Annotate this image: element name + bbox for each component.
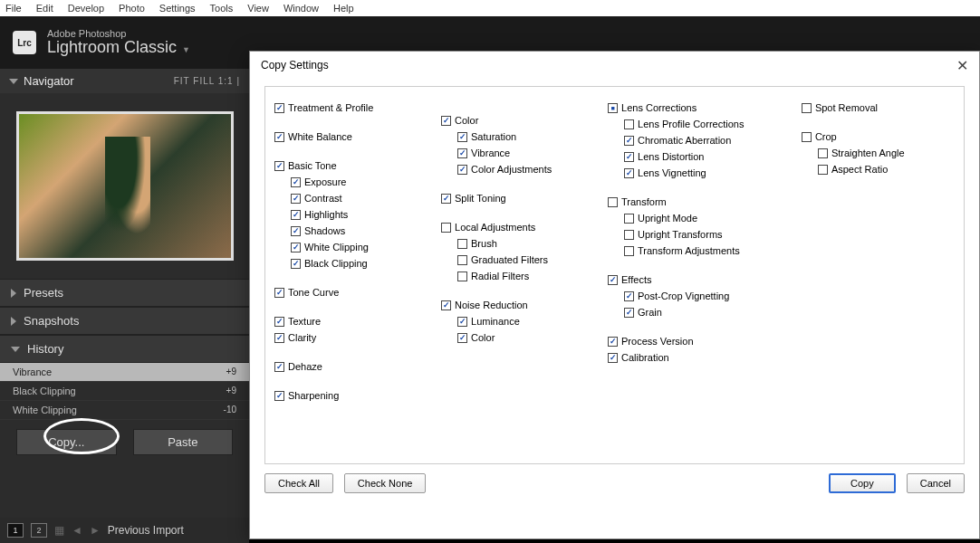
checkbox[interactable] xyxy=(274,391,284,401)
option-upright-transforms[interactable]: Upright Transforms xyxy=(624,226,802,243)
menu-file[interactable]: File xyxy=(5,3,22,14)
checkbox[interactable] xyxy=(624,246,634,256)
option-exposure[interactable]: Exposure xyxy=(291,174,441,190)
option-dehaze[interactable]: Dehaze xyxy=(274,358,441,375)
checkbox[interactable] xyxy=(457,165,467,175)
option-color[interactable]: Color xyxy=(457,329,608,346)
checkbox[interactable] xyxy=(457,272,467,281)
filmstrip-index-2[interactable]: 2 xyxy=(31,523,47,538)
cancel-button[interactable]: Cancel xyxy=(907,473,965,493)
option-calibration[interactable]: Calibration xyxy=(608,349,802,366)
navigator-preview[interactable] xyxy=(0,93,249,279)
option-chromatic-aberration[interactable]: Chromatic Aberration xyxy=(624,132,802,148)
option-shadows[interactable]: Shadows xyxy=(291,223,441,239)
checkbox[interactable] xyxy=(441,223,451,233)
menu-help[interactable]: Help xyxy=(333,3,354,14)
option-tone-curve[interactable]: Tone Curve xyxy=(274,284,441,300)
menu-develop[interactable]: Develop xyxy=(68,3,104,14)
checkbox[interactable] xyxy=(818,148,828,158)
checkbox[interactable] xyxy=(624,168,634,178)
checkbox[interactable] xyxy=(441,300,451,310)
checkbox[interactable] xyxy=(457,333,467,343)
option-lens-vignetting[interactable]: Lens Vignetting xyxy=(624,165,802,181)
dialog-titlebar[interactable]: Copy Settings ✕ xyxy=(250,52,979,79)
copy-confirm-button[interactable]: Copy xyxy=(829,473,896,493)
navigator-header[interactable]: Navigator FIT FILL 1:1 | xyxy=(0,69,249,93)
checkbox[interactable] xyxy=(274,333,284,343)
option-white-balance[interactable]: White Balance xyxy=(274,129,441,145)
option-color-adjustments[interactable]: Color Adjustments xyxy=(457,161,608,177)
menu-window[interactable]: Window xyxy=(283,3,319,14)
checkbox[interactable] xyxy=(457,239,467,249)
option-treatment-profile[interactable]: Treatment & Profile xyxy=(274,100,441,116)
checkbox[interactable] xyxy=(624,119,634,129)
checkbox[interactable] xyxy=(274,103,284,113)
option-aspect-ratio[interactable]: Aspect Ratio xyxy=(818,161,955,177)
copy-button[interactable]: Copy... xyxy=(16,429,117,455)
snapshots-section[interactable]: Snapshots xyxy=(0,307,249,335)
checkbox[interactable] xyxy=(624,308,634,318)
option-grain[interactable]: Grain xyxy=(624,304,802,320)
checkbox[interactable] xyxy=(441,194,451,204)
filmstrip-index-1[interactable]: 1 xyxy=(7,523,24,538)
option-sharpening[interactable]: Sharpening xyxy=(274,387,441,404)
option-spot-removal[interactable]: Spot Removal xyxy=(802,100,955,116)
checkbox[interactable] xyxy=(457,148,467,158)
option-black-clipping[interactable]: Black Clipping xyxy=(291,255,441,272)
option-lens-profile-corrections[interactable]: Lens Profile Corrections xyxy=(624,116,802,132)
option-local-adjustments[interactable]: Local Adjustments xyxy=(441,219,608,235)
option-basic-tone[interactable]: Basic Tone xyxy=(274,157,441,174)
option-transform[interactable]: Transform xyxy=(608,194,802,210)
checkbox[interactable] xyxy=(608,275,618,285)
checkbox[interactable] xyxy=(624,230,634,240)
option-contrast[interactable]: Contrast xyxy=(291,190,441,206)
option-effects[interactable]: Effects xyxy=(608,272,802,288)
option-upright-mode[interactable]: Upright Mode xyxy=(624,210,802,226)
option-texture[interactable]: Texture xyxy=(274,313,441,329)
option-straighten-angle[interactable]: Straighten Angle xyxy=(818,145,955,161)
option-lens-corrections[interactable]: Lens Corrections xyxy=(608,100,802,116)
option-process-version[interactable]: Process Version xyxy=(608,333,802,349)
checkbox[interactable] xyxy=(624,291,634,301)
check-none-button[interactable]: Check None xyxy=(344,473,427,493)
checkbox[interactable] xyxy=(291,210,301,220)
history-row[interactable]: White Clipping-10 xyxy=(0,401,249,420)
option-white-clipping[interactable]: White Clipping xyxy=(291,239,441,255)
menu-edit[interactable]: Edit xyxy=(36,3,53,14)
option-saturation[interactable]: Saturation xyxy=(457,129,608,145)
checkbox[interactable] xyxy=(624,214,634,224)
checkbox[interactable] xyxy=(624,152,634,162)
prev-arrow-icon[interactable]: ◄ xyxy=(72,524,82,537)
checkbox[interactable] xyxy=(457,255,467,265)
checkbox[interactable] xyxy=(608,353,618,363)
menu-tools[interactable]: Tools xyxy=(210,3,234,14)
menu-view[interactable]: View xyxy=(247,3,269,14)
checkbox[interactable] xyxy=(608,103,618,113)
check-all-button[interactable]: Check All xyxy=(264,473,333,493)
option-post-crop-vignetting[interactable]: Post-Crop Vignetting xyxy=(624,288,802,304)
menu-photo[interactable]: Photo xyxy=(119,3,145,14)
checkbox[interactable] xyxy=(291,194,301,204)
option-noise-reduction[interactable]: Noise Reduction xyxy=(441,297,608,313)
grid-icon[interactable]: ▦ xyxy=(54,524,64,537)
close-icon[interactable]: ✕ xyxy=(956,57,968,74)
checkbox[interactable] xyxy=(818,165,828,175)
paste-button[interactable]: Paste xyxy=(133,429,234,455)
checkbox[interactable] xyxy=(802,103,812,113)
checkbox[interactable] xyxy=(274,161,284,171)
option-crop[interactable]: Crop xyxy=(802,129,955,145)
checkbox[interactable] xyxy=(802,132,812,142)
checkbox[interactable] xyxy=(291,259,301,269)
checkbox[interactable] xyxy=(624,136,634,146)
option-brush[interactable]: Brush xyxy=(457,235,608,252)
checkbox[interactable] xyxy=(291,243,301,252)
option-vibrance[interactable]: Vibrance xyxy=(457,145,608,161)
checkbox[interactable] xyxy=(457,317,467,327)
checkbox[interactable] xyxy=(291,226,301,236)
checkbox[interactable] xyxy=(608,337,618,347)
option-transform-adjustments[interactable]: Transform Adjustments xyxy=(624,243,802,259)
option-radial-filters[interactable]: Radial Filters xyxy=(457,268,608,284)
checkbox[interactable] xyxy=(274,132,284,142)
history-section[interactable]: History xyxy=(0,335,249,363)
history-row[interactable]: Black Clipping+9 xyxy=(0,382,249,401)
